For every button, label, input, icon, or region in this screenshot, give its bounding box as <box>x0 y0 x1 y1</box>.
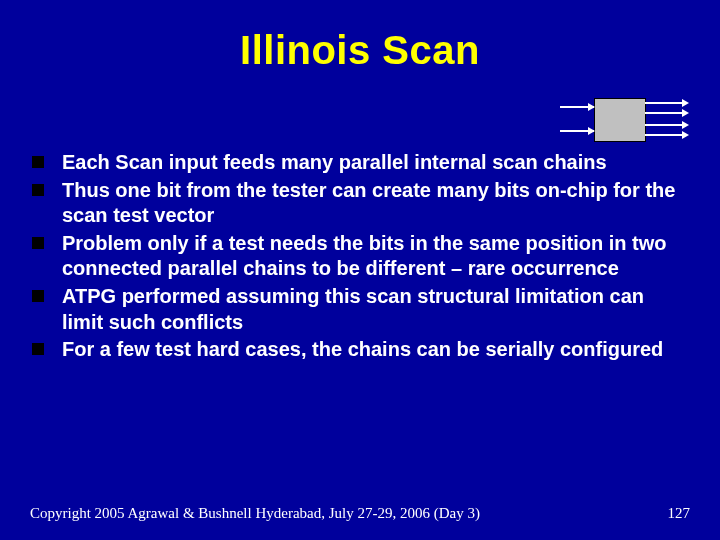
diagram-output-line <box>645 102 685 104</box>
bullet-item: For a few test hard cases, the chains ca… <box>30 337 690 363</box>
fanout-box <box>594 98 646 142</box>
scan-fanout-diagram <box>560 82 690 152</box>
footer-copyright: Copyright 2005 Agrawal & Bushnell Hydera… <box>30 505 480 522</box>
arrow-icon <box>682 121 689 129</box>
arrow-icon <box>682 109 689 117</box>
diagram-output-line <box>645 134 685 136</box>
bullet-item: Problem only if a test needs the bits in… <box>30 231 690 282</box>
arrow-icon <box>682 99 689 107</box>
arrow-icon <box>682 131 689 139</box>
bullet-item: Each Scan input feeds many parallel inte… <box>30 150 690 176</box>
slide-body: Each Scan input feeds many parallel inte… <box>30 150 690 365</box>
diagram-output-line <box>645 112 685 114</box>
arrow-icon <box>588 127 595 135</box>
diagram-output-line <box>645 124 685 126</box>
bullet-item: ATPG performed assuming this scan struct… <box>30 284 690 335</box>
bullet-item: Thus one bit from the tester can create … <box>30 178 690 229</box>
slide-footer: Copyright 2005 Agrawal & Bushnell Hydera… <box>30 505 690 522</box>
slide-title: Illinois Scan <box>0 0 720 83</box>
footer-page-number: 127 <box>668 505 691 522</box>
bullet-list: Each Scan input feeds many parallel inte… <box>30 150 690 363</box>
arrow-icon <box>588 103 595 111</box>
slide: Illinois Scan Each Scan input feeds many… <box>0 0 720 540</box>
